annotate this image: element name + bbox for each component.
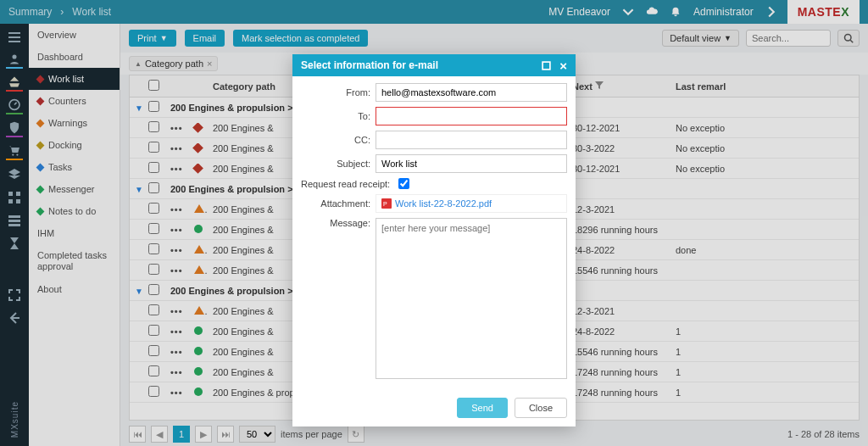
svg-rect-12 bbox=[542, 62, 550, 70]
modal-header[interactable]: Select information for e-mail × bbox=[292, 54, 576, 76]
subject-label: Subject: bbox=[301, 159, 376, 169]
cc-field[interactable] bbox=[376, 131, 567, 149]
to-field[interactable] bbox=[376, 107, 567, 125]
to-label: To: bbox=[301, 111, 376, 121]
receipt-label: Request read receipt: bbox=[301, 179, 395, 189]
receipt-checkbox[interactable] bbox=[398, 178, 409, 189]
modal-title: Select information for e-mail bbox=[301, 59, 438, 71]
close-icon[interactable]: × bbox=[559, 59, 567, 72]
from-field[interactable] bbox=[376, 83, 567, 102]
subject-field[interactable] bbox=[376, 154, 567, 173]
svg-text:P: P bbox=[383, 201, 387, 207]
cc-label: CC: bbox=[301, 135, 376, 145]
close-button[interactable]: Close bbox=[515, 398, 567, 418]
attachment-link[interactable]: P Work list-22-8-2022.pdf bbox=[376, 194, 567, 213]
maximize-icon[interactable] bbox=[542, 61, 551, 70]
from-label: From: bbox=[301, 87, 376, 98]
attach-label: Attachment: bbox=[301, 198, 376, 209]
message-field[interactable] bbox=[376, 218, 567, 379]
send-button[interactable]: Send bbox=[457, 398, 508, 418]
message-label: Message: bbox=[301, 218, 376, 228]
pdf-icon: P bbox=[381, 198, 392, 209]
email-modal: Select information for e-mail × From: To… bbox=[292, 54, 576, 426]
